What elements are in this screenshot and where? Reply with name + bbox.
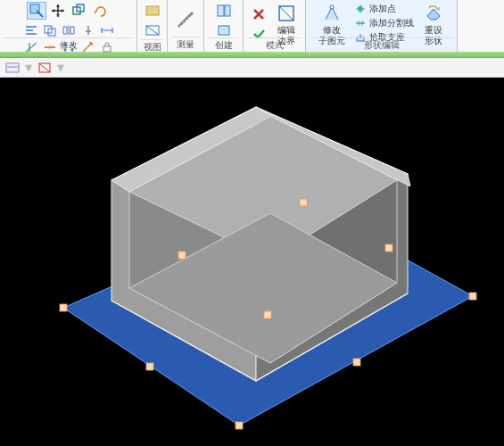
- svg-rect-20: [6, 63, 19, 72]
- svg-rect-14: [225, 5, 230, 16]
- filter-icon[interactable]: [36, 60, 54, 76]
- add-split-line-button[interactable]: 添加分割线: [352, 16, 416, 30]
- svg-rect-13: [218, 5, 224, 16]
- add-point-icon: [354, 3, 367, 15]
- add-point-label: 添加点: [369, 3, 396, 15]
- panel-mode-label: 模式: [247, 37, 302, 52]
- add-split-label: 添加分割线: [369, 17, 414, 29]
- shape-handle[interactable]: [60, 304, 67, 311]
- svg-rect-15: [219, 26, 229, 35]
- cancel-mode-icon[interactable]: [249, 4, 269, 24]
- measure-button[interactable]: [171, 8, 200, 31]
- ribbon-panels: 修改 视图 测量 创建: [0, 0, 504, 52]
- offset-icon[interactable]: [40, 21, 60, 39]
- panel-mode: 编辑 边界 模式: [244, 0, 306, 52]
- panel-view-label: 视图: [141, 39, 163, 54]
- panel-modify: 修改: [0, 0, 137, 52]
- viewport-canvas: [0, 78, 504, 446]
- view-icon[interactable]: [143, 2, 162, 20]
- svg-point-18: [358, 6, 363, 12]
- copy-tool-icon[interactable]: [70, 2, 89, 20]
- modify-subelements-icon: [321, 3, 343, 24]
- reset-shape-icon: [423, 3, 444, 24]
- create-icon-1[interactable]: [214, 2, 234, 20]
- panel-measure: 测量: [168, 0, 204, 52]
- shape-handle[interactable]: [353, 359, 360, 366]
- 3d-viewport[interactable]: [0, 78, 504, 446]
- shape-handle[interactable]: [385, 244, 392, 252]
- panel-create-label: 创建: [208, 37, 239, 52]
- panel-shape-label: 形状编辑: [310, 37, 453, 52]
- section-icon[interactable]: [143, 21, 162, 39]
- panel-view: 视图: [137, 0, 168, 52]
- options-bar: ▾ ▾: [0, 58, 504, 78]
- edit-boundary-icon: [276, 3, 297, 24]
- mirror-icon[interactable]: [59, 21, 78, 39]
- pin-icon[interactable]: [78, 21, 98, 39]
- panel-modify-label: 修改: [4, 37, 133, 52]
- panel-measure-label: 测量: [171, 37, 200, 51]
- shape-handle[interactable]: [235, 422, 243, 429]
- edit-boundary-label1: 编辑: [277, 25, 295, 35]
- panel-create: 创建: [204, 0, 244, 52]
- svg-rect-11: [146, 6, 159, 15]
- shape-handle[interactable]: [469, 293, 476, 300]
- dim-icon[interactable]: [97, 21, 117, 39]
- reset-shape-l1: 重设: [425, 25, 442, 35]
- align-icon[interactable]: [21, 21, 41, 39]
- panel-shape-edit: 修改 子图元 添加点 添加分割线 拾取支座: [306, 0, 458, 52]
- svg-point-17: [330, 5, 334, 9]
- rotate-tool-icon[interactable]: [91, 2, 111, 20]
- create-icon-2[interactable]: [214, 21, 234, 39]
- properties-icon[interactable]: [4, 60, 21, 76]
- modify-subelem-l1: 修改: [323, 25, 341, 35]
- measure-icon: [175, 9, 196, 30]
- ribbon: 修改 视图 测量 创建: [0, 0, 504, 53]
- shape-handle[interactable]: [146, 363, 153, 370]
- shape-handle[interactable]: [264, 311, 271, 318]
- shape-handle[interactable]: [300, 199, 307, 206]
- select-tool-icon[interactable]: [27, 2, 46, 20]
- move-tool-icon[interactable]: [48, 2, 68, 20]
- add-split-icon: [354, 17, 367, 29]
- shape-handle[interactable]: [178, 252, 186, 259]
- add-point-button[interactable]: 添加点: [352, 2, 416, 16]
